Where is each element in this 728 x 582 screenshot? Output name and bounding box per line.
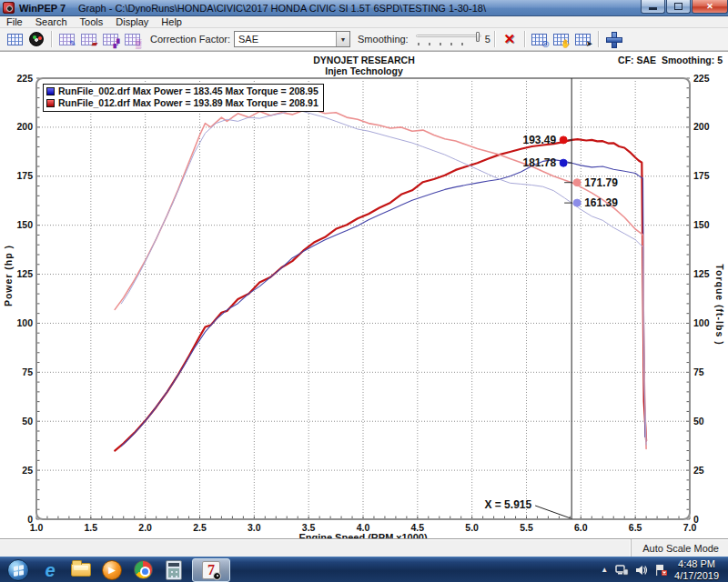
winpep-window: WinPEP 7 Graph - C:\DynoRuns\HONDA\CIVIC… (0, 0, 728, 582)
y-axis-label-torque: Torque (ft-lbs ) (714, 265, 725, 346)
clock-date: 4/17/2019 (674, 570, 719, 582)
graph-pencil-icon: ✎ (59, 34, 75, 45)
correction-factor-label: Correction Factor: (150, 34, 230, 45)
title-bar[interactable]: WinPEP 7 Graph - C:\DynoRuns\HONDA\CIVIC… (0, 0, 728, 16)
menu-file[interactable]: File (0, 16, 29, 28)
status-bar: Auto Scale Mode (0, 538, 728, 557)
graph-overlay-icon: ▰ (81, 34, 96, 45)
legend-text: RunFile_002.drf Max Power = 183.45 Max T… (58, 85, 318, 97)
taskbar-calculator[interactable] (160, 558, 187, 582)
window-title: Graph - C:\DynoRuns\HONDA\CIVIC\2017 HON… (78, 3, 486, 14)
delete-run-button[interactable]: ✕ (500, 30, 520, 48)
taskbar-clock[interactable]: 4:48 PM 4/17/2019 (674, 558, 719, 582)
cursor-arrow-icon: ➤ (575, 34, 591, 45)
marker-dot-181.78 (560, 159, 567, 166)
zoom-button[interactable]: ◎ (530, 30, 550, 48)
magnifier-icon: ◎ (531, 34, 547, 45)
y-tick-label-left: 175 (16, 170, 33, 181)
legend-swatch-blue (46, 87, 55, 95)
menu-display[interactable]: Display (109, 16, 155, 28)
select-button[interactable]: ➤ (573, 30, 593, 48)
slider-ticks (418, 43, 472, 45)
graph-overlay-button[interactable]: ▰ (78, 30, 98, 48)
hand-icon: ✋ (553, 34, 569, 45)
y-tick-label-right: 75 (693, 366, 704, 377)
taskbar-internet-explorer[interactable]: e (36, 558, 64, 582)
taskbar-winpep-active[interactable]: 7 (192, 558, 230, 582)
dyno-plot[interactable]: X = 5.915193.49181.78171.79161.391.01.52… (0, 52, 728, 539)
volume-icon[interactable] (635, 564, 648, 577)
series-runfile-012-power (115, 139, 646, 451)
network-icon[interactable] (615, 564, 629, 577)
marker-value-label: 181.78 (522, 156, 556, 169)
legend-row-runfile-002: RunFile_002.drf Max Power = 183.45 Max T… (46, 85, 318, 97)
cursor-x-label: X = 5.915 (484, 498, 531, 511)
graph-compare-icon: ▞ (103, 34, 118, 45)
folder-icon (71, 563, 91, 577)
y-tick-label-right: 150 (693, 219, 710, 230)
menu-search[interactable]: Search (29, 16, 74, 28)
marker-value-label: 161.39 (584, 196, 618, 209)
app-name: WinPEP 7 (19, 3, 66, 14)
smoothing-label: Smoothing: (358, 34, 409, 45)
tray-expand-icon[interactable]: ▲ (601, 566, 608, 574)
taskbar-chrome[interactable] (129, 558, 157, 582)
toolbar-separator (524, 31, 525, 47)
y-tick-label-right: 175 (693, 170, 710, 181)
legend-row-runfile-012: RunFile_012.drf Max Power = 193.89 Max T… (46, 97, 318, 109)
minimize-button[interactable] (641, 0, 665, 14)
y-tick-label-left: 25 (22, 465, 33, 476)
smoothing-value: 5 (485, 34, 490, 45)
y-tick-label-right: 125 (693, 268, 710, 279)
taskbar-file-explorer[interactable] (67, 558, 95, 582)
menu-help[interactable]: Help (155, 16, 188, 28)
legend-swatch-red (46, 99, 55, 107)
maximize-button[interactable] (666, 0, 691, 14)
toolbar: ✎ ▰ ▞ ▒ Correction Factor: SAE ▼ Smoothi… (0, 28, 728, 51)
graph-compare-button[interactable]: ▞ (100, 30, 120, 48)
y-tick-label-right: 200 (693, 121, 710, 132)
marker-dot-171.79 (573, 179, 581, 186)
windows-logo-icon (14, 565, 24, 577)
y-tick-label-right: 25 (693, 465, 704, 476)
start-button[interactable] (7, 559, 29, 581)
y-tick-label-left: 100 (16, 317, 33, 328)
toolbar-separator (598, 31, 599, 47)
y-tick-label-left: 150 (16, 219, 33, 230)
correction-factor-value: SAE (235, 34, 336, 45)
y-tick-label-right: 225 (693, 73, 710, 84)
graph-multi-button[interactable]: ▒ (122, 30, 142, 48)
chevron-down-icon[interactable]: ▼ (336, 32, 349, 46)
marker-value-label: 193.49 (522, 134, 556, 146)
chart-legend: RunFile_002.drf Max Power = 183.45 Max T… (43, 84, 324, 112)
crosshair-button[interactable] (603, 30, 623, 48)
taskbar-media-player[interactable]: ▶ (98, 558, 126, 582)
slider-track (416, 35, 481, 37)
graph-edit-button[interactable]: ✎ (56, 30, 76, 48)
menu-tools[interactable]: Tools (74, 16, 110, 28)
gauge-icon (29, 32, 44, 46)
action-center-flag-icon[interactable] (654, 564, 668, 577)
correction-factor-select[interactable]: SAE ▼ (234, 31, 350, 47)
chart-area: DYNOJET RESEARCH Injen Technology CF: SA… (0, 51, 728, 538)
chrome-icon (134, 560, 153, 579)
graph-view-button[interactable] (5, 30, 25, 48)
marker-dot-161.39 (573, 199, 581, 206)
menu-bar: File Search Tools Display Help (0, 16, 728, 28)
slider-handle[interactable] (476, 32, 480, 42)
crosshair-icon (606, 32, 621, 46)
close-button[interactable]: ✕ (692, 0, 728, 14)
y-tick-label-left: 75 (22, 366, 33, 377)
marker-value-label: 171.79 (584, 176, 618, 189)
graph-multi-icon: ▒ (125, 34, 140, 45)
maximize-icon (674, 3, 682, 10)
cursor-label-connector (535, 506, 571, 518)
delete-x-icon: ✕ (504, 31, 516, 47)
smoothing-slider[interactable] (416, 32, 481, 46)
marker-dot-193.49 (560, 136, 567, 144)
gauge-view-button[interactable] (26, 30, 46, 48)
pan-button[interactable]: ✋ (551, 30, 571, 48)
legend-text: RunFile_012.drf Max Power = 193.89 Max T… (58, 97, 318, 109)
y-tick-label-left: 125 (16, 268, 33, 279)
status-scale-mode: Auto Scale Mode (631, 539, 728, 557)
